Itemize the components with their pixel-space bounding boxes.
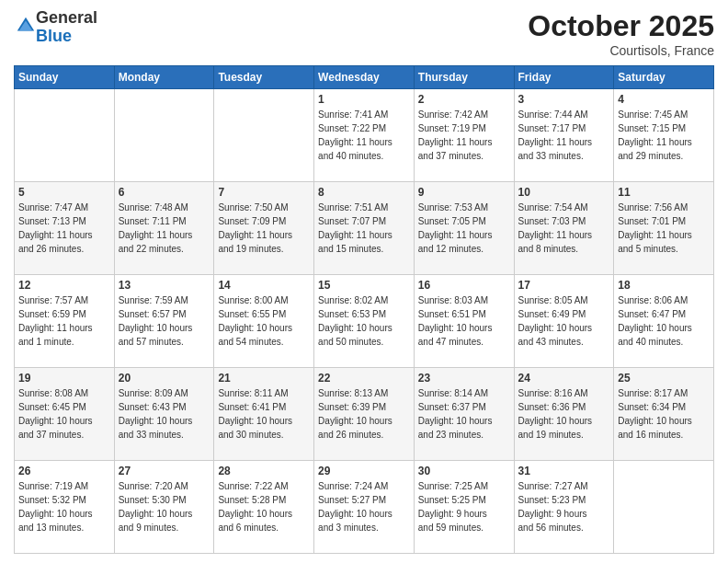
day-info: Sunrise: 7:45 AM Sunset: 7:15 PM Dayligh… xyxy=(618,108,710,163)
day-info: Sunrise: 8:02 AM Sunset: 6:53 PM Dayligh… xyxy=(318,293,410,349)
calendar-cell-3-2: 21Sunrise: 8:11 AM Sunset: 6:41 PM Dayli… xyxy=(214,368,314,461)
calendar-week-row-1: 5Sunrise: 7:47 AM Sunset: 7:13 PM Daylig… xyxy=(15,182,714,275)
month-title: October 2025 xyxy=(528,9,714,43)
calendar-week-row-3: 19Sunrise: 8:08 AM Sunset: 6:45 PM Dayli… xyxy=(15,368,714,461)
day-number: 14 xyxy=(218,279,310,292)
calendar-cell-4-6 xyxy=(614,461,714,554)
calendar-cell-4-2: 28Sunrise: 7:22 AM Sunset: 5:28 PM Dayli… xyxy=(214,461,314,554)
calendar-cell-3-1: 20Sunrise: 8:09 AM Sunset: 6:43 PM Dayli… xyxy=(114,368,214,461)
day-info: Sunrise: 7:57 AM Sunset: 6:59 PM Dayligh… xyxy=(18,293,110,349)
day-number: 22 xyxy=(318,372,410,385)
col-friday: Friday xyxy=(514,66,614,89)
day-number: 15 xyxy=(318,279,410,292)
calendar-cell-0-0 xyxy=(15,89,115,182)
calendar-cell-1-5: 10Sunrise: 7:54 AM Sunset: 7:03 PM Dayli… xyxy=(514,182,614,275)
logo: General Blue xyxy=(14,9,97,46)
day-info: Sunrise: 8:11 AM Sunset: 6:41 PM Dayligh… xyxy=(218,386,310,442)
day-number: 12 xyxy=(18,279,110,292)
day-info: Sunrise: 7:53 AM Sunset: 7:05 PM Dayligh… xyxy=(418,201,510,256)
day-number: 13 xyxy=(119,279,210,292)
day-info: Sunrise: 7:25 AM Sunset: 5:25 PM Dayligh… xyxy=(418,479,510,534)
calendar-table: Sunday Monday Tuesday Wednesday Thursday… xyxy=(14,65,714,554)
calendar-cell-0-4: 2Sunrise: 7:42 AM Sunset: 7:19 PM Daylig… xyxy=(414,89,514,182)
page: General Blue October 2025 Courtisols, Fr… xyxy=(0,0,728,563)
day-number: 30 xyxy=(418,465,510,477)
calendar-cell-1-2: 7Sunrise: 7:50 AM Sunset: 7:09 PM Daylig… xyxy=(214,182,314,275)
calendar-cell-4-1: 27Sunrise: 7:20 AM Sunset: 5:30 PM Dayli… xyxy=(114,461,214,554)
day-number: 16 xyxy=(418,279,510,292)
day-number: 18 xyxy=(618,279,710,292)
calendar-week-row-4: 26Sunrise: 7:19 AM Sunset: 5:32 PM Dayli… xyxy=(15,461,714,554)
calendar-cell-1-0: 5Sunrise: 7:47 AM Sunset: 7:13 PM Daylig… xyxy=(15,182,115,275)
calendar-cell-4-4: 30Sunrise: 7:25 AM Sunset: 5:25 PM Dayli… xyxy=(414,461,514,554)
day-info: Sunrise: 8:08 AM Sunset: 6:45 PM Dayligh… xyxy=(18,386,110,442)
header: General Blue October 2025 Courtisols, Fr… xyxy=(14,9,714,58)
day-info: Sunrise: 8:06 AM Sunset: 6:47 PM Dayligh… xyxy=(618,293,710,349)
day-number: 19 xyxy=(18,372,110,385)
calendar-cell-1-3: 8Sunrise: 7:51 AM Sunset: 7:07 PM Daylig… xyxy=(314,182,415,275)
calendar-cell-0-6: 4Sunrise: 7:45 AM Sunset: 7:15 PM Daylig… xyxy=(614,89,714,182)
day-number: 31 xyxy=(518,465,610,477)
calendar-cell-2-5: 17Sunrise: 8:05 AM Sunset: 6:49 PM Dayli… xyxy=(514,275,614,368)
calendar-cell-4-3: 29Sunrise: 7:24 AM Sunset: 5:27 PM Dayli… xyxy=(314,461,415,554)
day-info: Sunrise: 7:27 AM Sunset: 5:23 PM Dayligh… xyxy=(518,479,610,534)
calendar-cell-0-3: 1Sunrise: 7:41 AM Sunset: 7:22 PM Daylig… xyxy=(314,89,415,182)
day-number: 1 xyxy=(318,93,410,106)
calendar-week-row-2: 12Sunrise: 7:57 AM Sunset: 6:59 PM Dayli… xyxy=(15,275,714,368)
calendar-cell-1-1: 6Sunrise: 7:48 AM Sunset: 7:11 PM Daylig… xyxy=(114,182,214,275)
day-info: Sunrise: 8:00 AM Sunset: 6:55 PM Dayligh… xyxy=(218,293,310,349)
day-info: Sunrise: 7:41 AM Sunset: 7:22 PM Dayligh… xyxy=(318,108,410,163)
day-number: 6 xyxy=(119,186,210,199)
day-number: 23 xyxy=(418,372,510,385)
calendar-cell-3-0: 19Sunrise: 8:08 AM Sunset: 6:45 PM Dayli… xyxy=(15,368,115,461)
day-number: 2 xyxy=(418,93,510,106)
day-number: 9 xyxy=(418,186,510,199)
day-info: Sunrise: 7:54 AM Sunset: 7:03 PM Dayligh… xyxy=(518,201,610,256)
col-monday: Monday xyxy=(114,66,214,89)
logo-text: General Blue xyxy=(36,9,97,46)
day-info: Sunrise: 7:19 AM Sunset: 5:32 PM Dayligh… xyxy=(18,479,110,534)
day-number: 26 xyxy=(18,465,110,477)
day-info: Sunrise: 7:48 AM Sunset: 7:11 PM Dayligh… xyxy=(119,201,210,256)
calendar-cell-2-6: 18Sunrise: 8:06 AM Sunset: 6:47 PM Dayli… xyxy=(614,275,714,368)
day-info: Sunrise: 7:42 AM Sunset: 7:19 PM Dayligh… xyxy=(418,108,510,163)
day-info: Sunrise: 8:13 AM Sunset: 6:39 PM Dayligh… xyxy=(318,386,410,442)
day-info: Sunrise: 7:59 AM Sunset: 6:57 PM Dayligh… xyxy=(119,293,210,349)
calendar-cell-2-2: 14Sunrise: 8:00 AM Sunset: 6:55 PM Dayli… xyxy=(214,275,314,368)
calendar-cell-4-0: 26Sunrise: 7:19 AM Sunset: 5:32 PM Dayli… xyxy=(15,461,115,554)
calendar-cell-3-6: 25Sunrise: 8:17 AM Sunset: 6:34 PM Dayli… xyxy=(614,368,714,461)
day-info: Sunrise: 7:51 AM Sunset: 7:07 PM Dayligh… xyxy=(318,201,410,256)
day-info: Sunrise: 8:09 AM Sunset: 6:43 PM Dayligh… xyxy=(119,386,210,442)
col-tuesday: Tuesday xyxy=(214,66,314,89)
calendar-cell-2-1: 13Sunrise: 7:59 AM Sunset: 6:57 PM Dayli… xyxy=(114,275,214,368)
calendar-cell-2-3: 15Sunrise: 8:02 AM Sunset: 6:53 PM Dayli… xyxy=(314,275,415,368)
day-number: 24 xyxy=(518,372,610,385)
location: Courtisols, France xyxy=(528,43,714,58)
day-number: 7 xyxy=(218,186,310,199)
day-number: 20 xyxy=(119,372,210,385)
calendar-cell-3-5: 24Sunrise: 8:16 AM Sunset: 6:36 PM Dayli… xyxy=(514,368,614,461)
calendar-cell-1-4: 9Sunrise: 7:53 AM Sunset: 7:05 PM Daylig… xyxy=(414,182,514,275)
day-number: 21 xyxy=(218,372,310,385)
calendar-cell-2-4: 16Sunrise: 8:03 AM Sunset: 6:51 PM Dayli… xyxy=(414,275,514,368)
col-sunday: Sunday xyxy=(15,66,115,89)
day-info: Sunrise: 7:44 AM Sunset: 7:17 PM Dayligh… xyxy=(518,108,610,163)
calendar-week-row-0: 1Sunrise: 7:41 AM Sunset: 7:22 PM Daylig… xyxy=(15,89,714,182)
day-number: 25 xyxy=(618,372,710,385)
day-info: Sunrise: 8:17 AM Sunset: 6:34 PM Dayligh… xyxy=(618,386,710,442)
day-number: 8 xyxy=(318,186,410,199)
calendar-cell-0-5: 3Sunrise: 7:44 AM Sunset: 7:17 PM Daylig… xyxy=(514,89,614,182)
day-number: 29 xyxy=(318,465,410,477)
day-number: 28 xyxy=(218,465,310,477)
day-info: Sunrise: 8:14 AM Sunset: 6:37 PM Dayligh… xyxy=(418,386,510,442)
day-info: Sunrise: 7:22 AM Sunset: 5:28 PM Dayligh… xyxy=(218,479,310,534)
calendar-header-row: Sunday Monday Tuesday Wednesday Thursday… xyxy=(15,66,714,89)
day-number: 3 xyxy=(518,93,610,106)
col-saturday: Saturday xyxy=(614,66,714,89)
day-number: 5 xyxy=(18,186,110,199)
calendar-cell-0-2 xyxy=(214,89,314,182)
day-info: Sunrise: 8:05 AM Sunset: 6:49 PM Dayligh… xyxy=(518,293,610,349)
title-block: October 2025 Courtisols, France xyxy=(528,9,714,58)
logo-general: General xyxy=(36,8,97,27)
day-info: Sunrise: 8:03 AM Sunset: 6:51 PM Dayligh… xyxy=(418,293,510,349)
